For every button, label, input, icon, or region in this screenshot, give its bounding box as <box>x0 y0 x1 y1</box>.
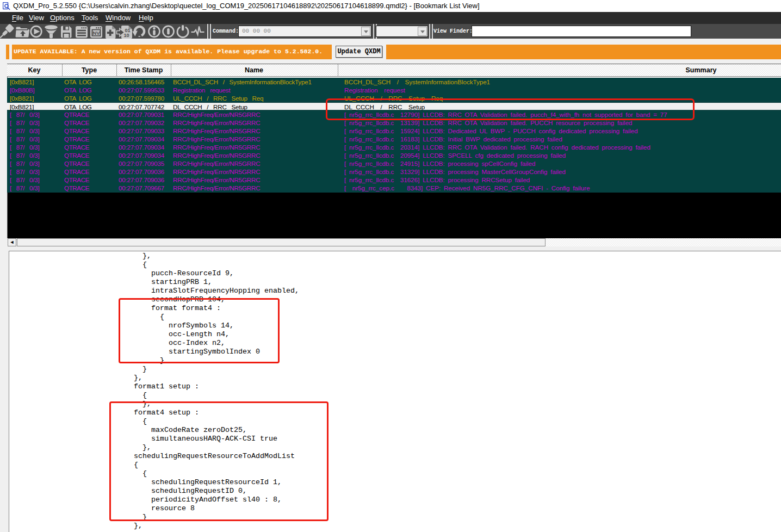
svg-text:NV: NV <box>92 30 100 36</box>
svg-text:10: 10 <box>124 33 129 38</box>
